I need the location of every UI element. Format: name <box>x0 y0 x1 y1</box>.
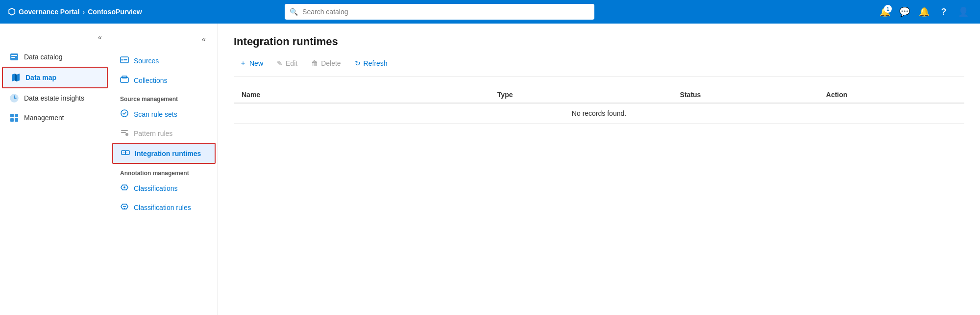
delete-button[interactable]: 🗑 Delete <box>305 56 346 70</box>
new-label: New <box>249 59 263 67</box>
classifications-label: Classifications <box>134 184 177 192</box>
svg-rect-1 <box>11 55 17 56</box>
integration-runtimes-label: Integration runtimes <box>135 150 201 158</box>
svg-rect-9 <box>15 118 18 122</box>
help-icon: ? <box>941 7 947 17</box>
collections-label: Collections <box>134 77 167 84</box>
sidebar-item-data-map[interactable]: Data map <box>2 67 108 88</box>
svg-rect-7 <box>15 114 18 117</box>
secondary-sidebar-collapse-wrap: « <box>110 27 218 51</box>
refresh-button[interactable]: ↻ Refresh <box>349 56 393 70</box>
sidebar-item-data-map-label: Data map <box>25 74 56 81</box>
notification-button[interactable]: 🔔 1 <box>876 3 894 21</box>
svg-point-22 <box>123 186 125 188</box>
svg-marker-4 <box>15 74 17 81</box>
sources-label: Sources <box>134 57 159 65</box>
column-type: Type <box>490 87 672 103</box>
edit-button[interactable]: ✎ Edit <box>271 56 303 70</box>
notification-badge: 1 <box>884 5 892 13</box>
data-estate-insights-icon <box>9 93 19 103</box>
sidebar-item-data-estate-insights-label: Data estate insights <box>24 94 84 102</box>
page-title: Integration runtimes <box>234 35 964 48</box>
primary-sidebar: « Data catalog Data map <box>0 24 110 315</box>
integration-runtimes-icon <box>121 148 130 158</box>
bell-button[interactable]: 🔔 <box>915 3 933 21</box>
pattern-rules-label: Pattern rules <box>134 130 172 137</box>
delete-label: Delete <box>321 59 341 67</box>
search-icon: 🔍 <box>290 8 298 16</box>
sidebar-item-management-label: Management <box>24 114 64 122</box>
toolbar: ＋ New ✎ Edit 🗑 Delete ↻ Refresh <box>234 56 964 77</box>
annotation-management-section-label: Annotation management <box>110 164 218 179</box>
svg-rect-2 <box>11 57 15 58</box>
feedback-button[interactable]: 💬 <box>896 3 913 21</box>
scan-rule-sets-label: Scan rule sets <box>134 110 177 118</box>
edit-icon: ✎ <box>277 59 283 67</box>
bell-icon: 🔔 <box>919 6 930 17</box>
delete-icon: 🗑 <box>311 59 318 67</box>
sidebar-item-scan-rule-sets[interactable]: Scan rule sets <box>110 105 218 124</box>
column-status: Status <box>672 87 818 103</box>
data-map-icon <box>11 73 21 82</box>
feedback-icon: 💬 <box>899 6 910 17</box>
edit-label: Edit <box>286 59 297 67</box>
new-icon: ＋ <box>240 59 246 68</box>
classification-rules-label: Classification rules <box>134 204 191 211</box>
svg-point-24 <box>124 208 125 210</box>
search-bar: 🔍 <box>285 4 594 20</box>
column-action: Action <box>818 87 964 103</box>
breadcrumb-separator: › <box>83 8 85 16</box>
svg-rect-8 <box>10 118 14 122</box>
svg-rect-6 <box>10 114 14 117</box>
table-header: Name Type Status Action <box>234 87 964 103</box>
sidebar-item-data-estate-insights[interactable]: Data estate insights <box>0 88 110 108</box>
column-name: Name <box>234 87 490 103</box>
brand-icon: ⬡ <box>8 6 16 17</box>
secondary-sidebar-collapse[interactable]: « <box>198 33 210 45</box>
sidebar-item-data-catalog[interactable]: Data catalog <box>0 47 110 67</box>
new-button[interactable]: ＋ New <box>234 56 269 71</box>
secondary-sidebar: « Sources Collections <box>110 24 218 315</box>
sources-icon <box>120 55 129 66</box>
sidebar-item-data-catalog-label: Data catalog <box>24 53 63 61</box>
help-button[interactable]: ? <box>935 3 953 21</box>
collections-icon <box>120 75 129 85</box>
svg-point-18 <box>125 133 128 136</box>
top-nav-icons: 🔔 1 💬 🔔 ? 👤 <box>876 3 972 21</box>
no-records-message: No records found. <box>234 103 964 124</box>
sidebar-item-pattern-rules: Pattern rules <box>110 124 218 143</box>
pattern-rules-icon <box>120 128 129 138</box>
sidebar-item-classification-rules[interactable]: Classification rules <box>110 198 218 217</box>
refresh-label: Refresh <box>364 59 388 67</box>
svg-rect-17 <box>121 132 126 133</box>
management-icon <box>9 113 19 123</box>
svg-rect-12 <box>123 59 127 60</box>
sidebar-item-integration-runtimes[interactable]: Integration runtimes <box>112 143 216 164</box>
sidebar-item-management[interactable]: Management <box>0 108 110 128</box>
brand-breadcrumb: ⬡ Governance Portal › ContosoPurview <box>8 6 142 17</box>
main-layout: « Data catalog Data map <box>0 24 980 315</box>
account-icon: 👤 <box>958 6 969 17</box>
svg-rect-14 <box>122 76 127 78</box>
svg-rect-16 <box>121 130 128 131</box>
svg-point-11 <box>122 59 123 61</box>
scan-rule-sets-icon <box>120 109 129 119</box>
search-input[interactable] <box>285 4 594 20</box>
top-navigation: ⬡ Governance Portal › ContosoPurview 🔍 🔔… <box>0 0 980 24</box>
content-area: Integration runtimes ＋ New ✎ Edit 🗑 Dele… <box>218 24 980 315</box>
primary-sidebar-collapse[interactable]: « <box>94 31 106 43</box>
sidebar-item-sources[interactable]: Sources <box>110 51 218 71</box>
refresh-icon: ↻ <box>355 59 361 67</box>
data-table: Name Type Status Action No records found… <box>234 87 964 124</box>
data-catalog-icon <box>9 52 19 62</box>
classification-rules-icon <box>120 202 129 212</box>
sidebar-item-classifications[interactable]: Classifications <box>110 179 218 198</box>
brand-name: Governance Portal <box>19 8 80 16</box>
tenant-name: ContosoPurview <box>88 8 142 16</box>
classifications-icon <box>120 183 129 193</box>
source-management-section-label: Source management <box>110 90 218 105</box>
sidebar-item-collections[interactable]: Collections <box>110 71 218 90</box>
table-body: No records found. <box>234 103 964 124</box>
account-button[interactable]: 👤 <box>955 3 972 21</box>
